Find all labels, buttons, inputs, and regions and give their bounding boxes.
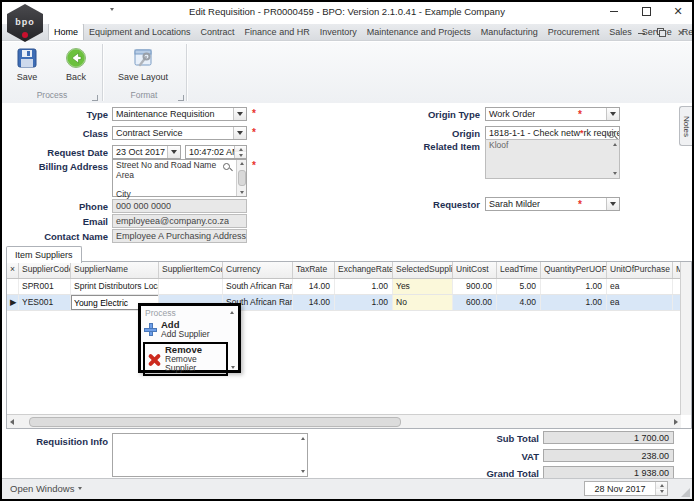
tab-procurement[interactable]: Procurement: [543, 25, 605, 40]
cell-exchangerate[interactable]: 1.00: [335, 279, 393, 294]
scroll-up-icon[interactable]: [240, 162, 244, 165]
search-icon[interactable]: [223, 163, 230, 170]
scroll-left-icon[interactable]: [7, 419, 17, 425]
origin-type-combo[interactable]: Work Order *: [485, 107, 620, 121]
scroll-right-icon[interactable]: [671, 419, 681, 425]
grid-horizontal-scrollbar[interactable]: [7, 414, 681, 428]
scroll-down-icon[interactable]: [240, 191, 244, 194]
status-bar: Open Windows 28 Nov 2017: [2, 478, 692, 499]
menu-item-remove[interactable]: Remove Remove Supplier: [145, 344, 226, 374]
minimize-button[interactable]: [608, 5, 620, 17]
origin-field[interactable]: 1818-1-1 - Check netw*rk require...: [485, 126, 620, 140]
column-header-unitcost[interactable]: UnitCost: [453, 262, 497, 278]
save-layout-button[interactable]: Save Layout: [112, 45, 174, 82]
tab-finance-and-hr[interactable]: Finance and HR: [240, 25, 315, 40]
chevron-down-icon[interactable]: [233, 127, 246, 139]
origin-type-label: Origin Type: [390, 109, 480, 120]
maximize-button[interactable]: [640, 5, 652, 17]
cell-taxrate[interactable]: 14.00: [293, 279, 335, 294]
process-dialog-launcher-icon[interactable]: [92, 95, 98, 101]
scroll-up-icon[interactable]: [613, 143, 617, 146]
mdi-close-icon[interactable]: [676, 28, 686, 38]
class-combo[interactable]: Contract Service: [112, 126, 247, 140]
cell-suppliercode[interactable]: SPR001: [19, 279, 71, 294]
back-button[interactable]: Back: [54, 45, 98, 82]
cell-quantityperuop[interactable]: 1.00: [541, 295, 607, 310]
notes-side-tab[interactable]: Notes: [679, 106, 692, 146]
delete-column-header[interactable]: ×: [7, 262, 19, 278]
cell-quantityperuop[interactable]: 1.00: [541, 279, 607, 294]
cell-taxrate[interactable]: 14.00: [293, 295, 335, 310]
tab-equipment-and-locations[interactable]: Equipment and Locations: [84, 25, 196, 40]
column-header-leadtime[interactable]: LeadTime: [497, 262, 541, 278]
scroll-thumb[interactable]: [29, 417, 401, 427]
cell-leadtime[interactable]: 5.00: [497, 279, 541, 294]
column-header-exchangerate[interactable]: ExchangeRate: [335, 262, 393, 278]
cell-leadtime[interactable]: 4.00: [497, 295, 541, 310]
grid-vertical-scrollbar[interactable]: [680, 262, 691, 415]
cell-selectedsupplier[interactable]: Yes: [393, 279, 453, 294]
popup-scroll-up-icon[interactable]: [230, 311, 234, 314]
save-button[interactable]: Save: [5, 45, 49, 82]
chevron-down-icon[interactable]: [606, 198, 619, 210]
chevron-down-icon[interactable]: [606, 108, 619, 120]
cell-suppliercode[interactable]: YES001: [19, 295, 71, 310]
close-button[interactable]: ✕: [672, 5, 684, 17]
tab-sales[interactable]: Sales: [604, 25, 637, 40]
tab-maintenance-and-projects[interactable]: Maintenance and Projects: [362, 25, 476, 40]
cell-unitofpurchase[interactable]: ea: [607, 295, 673, 310]
column-header-unitofpurchase[interactable]: UnitOfPurchase: [607, 262, 673, 278]
scroll-up-icon[interactable]: [301, 437, 305, 440]
cell-unitcost[interactable]: 600.00: [453, 295, 497, 310]
scroll-thumb[interactable]: [238, 170, 246, 186]
menu-item-add[interactable]: Add Add Supplier: [141, 319, 238, 340]
tab-contract[interactable]: Contract: [196, 25, 240, 40]
search-icon[interactable]: [608, 131, 615, 138]
requestor-combo[interactable]: Sarah Milder *: [485, 197, 620, 211]
popup-scroll-down-icon[interactable]: [231, 366, 235, 369]
group-caption-process: Process: [4, 89, 100, 101]
mdi-minimize-icon[interactable]: [636, 28, 646, 38]
email-label: Email: [10, 216, 108, 227]
request-date-picker[interactable]: 23 Oct 2017: [112, 145, 181, 159]
resize-grip[interactable]: [681, 488, 690, 497]
cell-unitcost[interactable]: 900.00: [453, 279, 497, 294]
requestor-value: Sarah Milder: [486, 199, 540, 209]
type-combo[interactable]: Maintenance Requisition: [112, 107, 247, 121]
column-header-quantityperuop[interactable]: QuantityPerUOP: [541, 262, 607, 278]
cell-suppliername[interactable]: Sprint Distributors Local: [71, 279, 159, 294]
tab-home[interactable]: Home: [48, 24, 84, 40]
column-header-supplieritemcode[interactable]: SupplierItemCode: [159, 262, 223, 278]
column-header-currency[interactable]: Currency: [223, 262, 293, 278]
mdi-restore-icon[interactable]: [656, 28, 666, 38]
chevron-down-icon[interactable]: [167, 146, 180, 158]
tab-inventory[interactable]: Inventory: [315, 25, 362, 40]
column-header-selectedsupplier[interactable]: SelectedSupplier: [393, 262, 453, 278]
cell-exchangerate[interactable]: 1.00: [335, 295, 393, 310]
scroll-down-icon[interactable]: [613, 172, 617, 175]
time-spinner-buttons[interactable]: [234, 146, 246, 158]
status-date-spinner[interactable]: 28 Nov 2017: [584, 481, 668, 496]
chevron-down-icon[interactable]: [233, 108, 246, 120]
table-row-selected[interactable]: ▶ YES001 South African Rand 14.00 1.00 N…: [7, 295, 683, 311]
cell-currency[interactable]: South African Rand: [223, 279, 293, 294]
column-header-suppliercode[interactable]: SupplierCode: [19, 262, 71, 278]
bpo-logo[interactable]: bpo: [7, 4, 43, 42]
date-spinner-buttons[interactable]: [655, 482, 667, 495]
column-header-suppliername[interactable]: SupplierName: [71, 262, 159, 278]
cell-unitofpurchase[interactable]: ea: [607, 279, 673, 294]
related-item-value: Kloof: [489, 141, 605, 151]
request-time-spinner[interactable]: 10:47:02 AM: [185, 145, 247, 159]
requisition-info-field[interactable]: [112, 433, 308, 477]
scroll-down-icon[interactable]: [301, 470, 305, 473]
cell-selectedsupplier[interactable]: No: [393, 295, 453, 310]
tab-manufacturing[interactable]: Manufacturing: [476, 25, 543, 40]
billing-scrollbar[interactable]: [236, 160, 246, 196]
open-windows-button[interactable]: Open Windows: [10, 483, 82, 494]
column-header-taxrate[interactable]: TaxRate: [293, 262, 335, 278]
cell-supplieritemcode[interactable]: [159, 279, 223, 294]
table-row[interactable]: SPR001 Sprint Distributors Local South A…: [7, 279, 683, 295]
billing-address-field[interactable]: Street No and Road Name Area City: [112, 159, 247, 197]
format-dialog-launcher-icon[interactable]: [178, 95, 184, 101]
tab-item-suppliers[interactable]: Item Suppliers: [6, 246, 82, 263]
